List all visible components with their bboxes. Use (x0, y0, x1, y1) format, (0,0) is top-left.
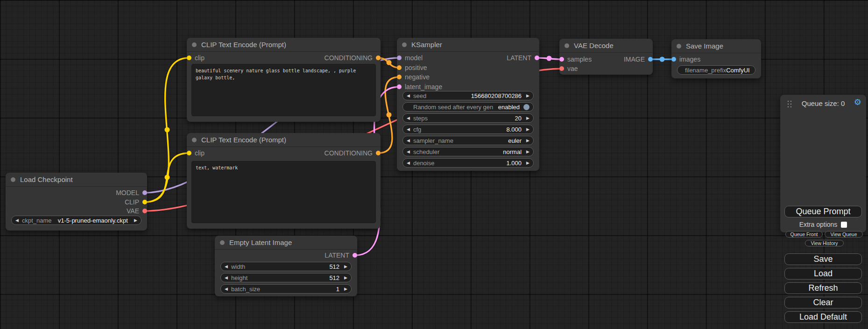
node-ksampler[interactable]: KSampler model LATENT positive negative … (397, 38, 539, 171)
spinner-right-icon[interactable]: ▶ (526, 127, 529, 132)
queue-prompt-button[interactable]: Queue Prompt (784, 206, 862, 217)
widget-seed[interactable]: ◀ seed 156680208700286 ▶ (402, 91, 534, 100)
collapse-dot-icon[interactable] (11, 177, 15, 182)
spinner-left-icon[interactable]: ◀ (407, 127, 410, 132)
view-queue-button[interactable]: View Queue (825, 231, 863, 238)
widget-ckpt-name[interactable]: ◀ ckpt_name v1-5-pruned-emaonly.ckpt ▶ (11, 216, 141, 225)
input-port-images[interactable] (671, 57, 676, 62)
spinner-left-icon[interactable]: ◀ (15, 218, 19, 223)
spinner-right-icon[interactable]: ▶ (344, 287, 347, 291)
spinner-right-icon[interactable]: ▶ (344, 276, 347, 280)
widget-denoise[interactable]: ◀ denoise 1.000 ▶ (402, 158, 534, 168)
node-clip-text-encode-negative[interactable]: CLIP Text Encode (Prompt) clip CONDITION… (187, 133, 381, 229)
node-empty-latent-image[interactable]: Empty Latent Image LATENT ◀ width 512 ▶ … (215, 236, 357, 296)
prompt-textarea[interactable]: text, watermark (191, 161, 376, 223)
toggle-dot-icon[interactable] (523, 104, 529, 110)
spinner-left-icon[interactable]: ◀ (407, 139, 410, 143)
widget-random-seed-toggle[interactable]: Random seed after every gen enabled (402, 102, 534, 112)
spinner-right-icon[interactable]: ▶ (526, 150, 529, 154)
spinner-left-icon[interactable]: ◀ (225, 265, 228, 269)
widget-sampler-name[interactable]: ◀ sampler_name euler ▶ (402, 136, 534, 145)
load-default-button[interactable]: Load Default (784, 311, 862, 323)
widget-value: 8.000 (507, 126, 522, 133)
widget-cfg[interactable]: ◀ cfg 8.000 ▶ (402, 125, 534, 134)
widget-label: sampler_name (413, 137, 453, 144)
widget-label: scheduler (413, 148, 439, 155)
node-header[interactable]: CLIP Text Encode (Prompt) (187, 38, 381, 52)
output-port-image[interactable] (648, 57, 653, 62)
collapse-dot-icon[interactable] (402, 42, 407, 47)
widget-steps[interactable]: ◀ steps 20 ▶ (402, 113, 534, 123)
input-port-model[interactable] (397, 56, 402, 60)
output-label-vae: VAE (127, 207, 139, 215)
spinner-right-icon[interactable]: ▶ (134, 218, 137, 223)
view-history-button[interactable]: View History (805, 240, 844, 246)
output-label-latent: LATENT (325, 252, 349, 259)
widget-width[interactable]: ◀ width 512 ▶ (220, 262, 352, 271)
spinner-right-icon[interactable]: ▶ (344, 265, 347, 269)
refresh-button[interactable]: Refresh (784, 282, 862, 294)
input-port-latent-image[interactable] (397, 84, 402, 89)
collapse-dot-icon[interactable] (192, 42, 197, 47)
node-title: CLIP Text Encode (Prompt) (201, 136, 286, 144)
extra-options-checkbox[interactable] (841, 222, 847, 228)
input-port-positive[interactable] (397, 65, 402, 70)
spinner-right-icon[interactable]: ▶ (526, 116, 529, 120)
node-header[interactable]: KSampler (397, 38, 539, 52)
node-header[interactable]: CLIP Text Encode (Prompt) (187, 133, 381, 147)
node-save-image[interactable]: Save Image images filename_prefix ComfyU… (671, 39, 761, 78)
widget-filename-prefix[interactable]: filename_prefix ComfyUI (677, 65, 755, 75)
output-port-latent[interactable] (353, 253, 357, 258)
input-label-samples: samples (567, 56, 592, 63)
widget-value: 20 (515, 115, 522, 122)
save-button[interactable]: Save (784, 253, 862, 265)
input-port-clip[interactable] (187, 56, 191, 60)
widget-label: height (231, 274, 247, 281)
spinner-left-icon[interactable]: ◀ (407, 94, 410, 98)
output-port-clip[interactable] (142, 200, 147, 204)
collapse-dot-icon[interactable] (677, 44, 681, 49)
node-header[interactable]: Load Checkpoint (6, 173, 147, 187)
prompt-textarea[interactable]: beautiful scenery nature glass bottle la… (191, 64, 376, 116)
node-load-checkpoint[interactable]: Load Checkpoint MODEL CLIP VAE ◀ ckpt_na… (6, 173, 147, 231)
input-port-negative[interactable] (397, 75, 402, 79)
settings-gear-icon[interactable]: ⚙ (854, 98, 861, 106)
output-port-latent[interactable] (535, 56, 539, 60)
spinner-right-icon[interactable]: ▶ (526, 139, 529, 143)
output-label-image: IMAGE (624, 56, 645, 63)
clear-button[interactable]: Clear (784, 297, 862, 308)
widget-scheduler[interactable]: ◀ scheduler normal ▶ (402, 147, 534, 156)
input-port-vae[interactable] (559, 66, 564, 71)
spinner-right-icon[interactable]: ▶ (526, 94, 529, 98)
collapse-dot-icon[interactable] (192, 138, 197, 142)
node-header[interactable]: Empty Latent Image (215, 236, 357, 250)
widget-value: v1-5-pruned-emaonly.ckpt (52, 217, 134, 224)
spinner-left-icon[interactable]: ◀ (407, 116, 410, 120)
collapse-dot-icon[interactable] (220, 240, 225, 245)
input-port-clip[interactable] (187, 151, 191, 155)
widget-batch-size[interactable]: ◀ batch_size 1 ▶ (220, 284, 352, 294)
node-header[interactable]: Save Image (671, 39, 761, 53)
queue-front-button[interactable]: Queue Front (785, 231, 823, 238)
wire-midpoint-dot (165, 127, 170, 133)
spinner-left-icon[interactable]: ◀ (225, 276, 228, 280)
widget-value: enabled (498, 104, 520, 111)
output-port-conditioning[interactable] (376, 151, 381, 155)
widget-value: 512 (329, 274, 339, 281)
load-button[interactable]: Load (784, 268, 862, 280)
node-clip-text-encode-positive[interactable]: CLIP Text Encode (Prompt) clip CONDITION… (187, 38, 381, 122)
input-label-positive: positive (405, 64, 427, 71)
node-vae-decode[interactable]: VAE Decode samples IMAGE vae (559, 39, 653, 75)
input-port-samples[interactable] (559, 57, 564, 62)
spinner-left-icon[interactable]: ◀ (225, 287, 228, 291)
output-port-vae[interactable] (142, 209, 147, 213)
node-header[interactable]: VAE Decode (559, 39, 653, 53)
output-port-model[interactable] (142, 190, 147, 195)
spinner-right-icon[interactable]: ▶ (526, 161, 529, 165)
widget-height[interactable]: ◀ height 512 ▶ (220, 273, 352, 282)
output-port-conditioning[interactable] (376, 56, 381, 60)
collapse-dot-icon[interactable] (565, 43, 569, 48)
node-graph-canvas[interactable]: Load Checkpoint MODEL CLIP VAE ◀ ckpt_na… (0, 0, 868, 329)
spinner-left-icon[interactable]: ◀ (407, 161, 410, 165)
spinner-left-icon[interactable]: ◀ (407, 150, 410, 154)
